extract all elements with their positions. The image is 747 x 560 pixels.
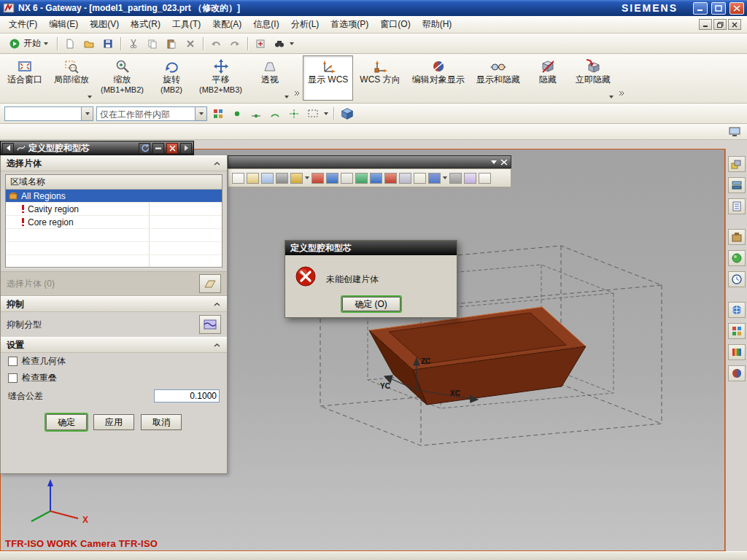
- menu-view[interactable]: 视图(V): [84, 16, 125, 33]
- immediate-hide-button[interactable]: 立即隐藏: [570, 55, 616, 101]
- maximize-button[interactable]: [711, 2, 726, 15]
- toolbar-overflow-chevron[interactable]: [617, 54, 626, 99]
- combo-dropdown-button[interactable]: [81, 107, 93, 120]
- menu-analysis[interactable]: 分析(L): [285, 16, 325, 33]
- hide-button[interactable]: 隐藏: [527, 55, 569, 101]
- dropdown-arrow-icon[interactable]: [88, 96, 92, 98]
- render-style-button[interactable]: [339, 106, 355, 122]
- undo-button[interactable]: [207, 35, 225, 52]
- show-wcs-button[interactable]: 显示 WCS: [303, 55, 353, 101]
- check-geometry-checkbox[interactable]: [8, 357, 18, 366]
- region-row-cavity[interactable]: Cavity region: [6, 203, 222, 216]
- mdi-minimize-button[interactable]: [699, 19, 712, 30]
- settings-section-header[interactable]: 设置: [1, 337, 227, 353]
- suppress-parting-button[interactable]: [199, 315, 221, 334]
- paste-button[interactable]: [163, 35, 180, 52]
- snap-midpoint-button[interactable]: [248, 106, 264, 122]
- parting-tool-icon[interactable]: [414, 173, 426, 184]
- system-materials-icon[interactable]: [728, 365, 746, 381]
- menu-window[interactable]: 窗口(O): [374, 16, 416, 33]
- minimize-button[interactable]: [693, 2, 708, 15]
- parting-tool-icon[interactable]: [247, 173, 259, 184]
- region-row-all-regions[interactable]: All Regions: [6, 190, 222, 203]
- panel-back-button[interactable]: [2, 143, 14, 154]
- menu-tools[interactable]: 工具(T): [166, 16, 206, 33]
- reuse-library-icon[interactable]: [728, 229, 746, 245]
- toolbar-options-arrow-icon[interactable]: [290, 42, 294, 45]
- mdi-close-button[interactable]: [728, 19, 741, 30]
- part-navigator-icon[interactable]: [728, 198, 746, 214]
- select-sheet-section-header[interactable]: 选择片体: [1, 155, 227, 171]
- menu-preferences[interactable]: 首选项(P): [325, 16, 374, 33]
- parting-tool-icon[interactable]: [355, 173, 368, 184]
- parting-tool-icon[interactable]: [261, 173, 274, 184]
- snap-endpoint-button[interactable]: [229, 106, 245, 122]
- parting-tool-icon[interactable]: [290, 173, 303, 184]
- cavity-panel-titlebar[interactable]: 定义型腔和型芯: [0, 141, 194, 155]
- check-overlap-checkbox[interactable]: [8, 373, 18, 383]
- menu-format[interactable]: 格式(R): [125, 16, 166, 33]
- combo-dropdown-button[interactable]: [195, 107, 206, 120]
- parting-tool-icon[interactable]: [428, 173, 441, 184]
- parting-tool-icon[interactable]: [399, 173, 411, 184]
- cut-button[interactable]: [125, 35, 142, 52]
- mdi-restore-button[interactable]: [713, 19, 727, 30]
- suppress-section-header[interactable]: 抑制: [1, 296, 227, 312]
- roles-icon[interactable]: [728, 344, 746, 360]
- selection-scope-combo[interactable]: 仅在工作部件内部: [96, 106, 207, 121]
- menu-edit[interactable]: 编辑(E): [43, 16, 84, 33]
- sew-tolerance-input[interactable]: [154, 389, 220, 402]
- dropdown-arrow-icon[interactable]: [443, 176, 447, 179]
- cancel-button[interactable]: 取消: [141, 414, 182, 430]
- start-button[interactable]: 开始: [4, 35, 53, 52]
- save-button[interactable]: [99, 35, 117, 52]
- panel-reset-button[interactable]: [139, 143, 150, 154]
- copy-button[interactable]: [144, 35, 161, 52]
- panel-forward-button[interactable]: [180, 143, 192, 154]
- collapse-chevron-icon[interactable]: [213, 343, 221, 348]
- dropdown-arrow-icon[interactable]: [285, 96, 289, 98]
- command-finder-button[interactable]: [271, 35, 288, 52]
- parting-tool-icon[interactable]: [384, 173, 397, 184]
- menu-assemblies[interactable]: 装配(A): [206, 16, 247, 33]
- edit-object-display-button[interactable]: 编辑对象显示: [407, 55, 470, 101]
- redo-button[interactable]: [226, 35, 244, 52]
- web-browser-icon[interactable]: [728, 302, 746, 318]
- menu-help[interactable]: 帮助(H): [417, 16, 458, 33]
- collapse-chevron-icon[interactable]: [213, 302, 221, 307]
- dropdown-arrow-icon[interactable]: [609, 96, 614, 98]
- pan-button[interactable]: 平移 (MB2+MB3): [194, 55, 247, 101]
- selection-rectangle-button[interactable]: [305, 106, 321, 122]
- wcs-orientation-button[interactable]: WCS 方向: [355, 55, 405, 101]
- toolbar-overflow-chevron[interactable]: [293, 54, 301, 99]
- delete-button[interactable]: [182, 35, 199, 52]
- close-icon[interactable]: [500, 159, 508, 166]
- ok-button[interactable]: 确定: [46, 414, 87, 430]
- zoom-button[interactable]: 缩放 (MB1+MB2): [96, 55, 149, 101]
- error-dialog-titlebar[interactable]: 定义型腔和型芯: [285, 241, 457, 255]
- menu-file[interactable]: 文件(F): [3, 16, 43, 33]
- panel-close-button[interactable]: [166, 143, 178, 154]
- process-studio-icon[interactable]: [728, 323, 746, 339]
- fullscreen-button[interactable]: [727, 124, 743, 140]
- region-row-core[interactable]: Core region: [6, 216, 222, 229]
- dropdown-arrow-icon[interactable]: [324, 112, 328, 115]
- history-icon[interactable]: [728, 271, 746, 287]
- parting-tool-icon[interactable]: [341, 173, 353, 184]
- snap-point-grid-button[interactable]: [210, 106, 226, 122]
- snap-arc-button[interactable]: [267, 106, 283, 122]
- parting-tool-icon[interactable]: [311, 173, 324, 184]
- parting-tool-icon[interactable]: [449, 173, 462, 184]
- parting-tool-icon[interactable]: [232, 173, 244, 184]
- repeat-command-button[interactable]: [252, 35, 269, 52]
- zoom-area-button[interactable]: 局部缩放: [49, 55, 94, 101]
- collapse-chevron-icon[interactable]: [213, 161, 221, 166]
- error-ok-button[interactable]: 确定 (O): [342, 297, 400, 311]
- sheet-body-button[interactable]: [199, 274, 221, 293]
- parting-tool-icon[interactable]: [326, 173, 338, 184]
- rotate-button[interactable]: 旋转 (MB2): [150, 55, 193, 101]
- hd3d-tools-icon[interactable]: [728, 250, 746, 266]
- fit-window-button[interactable]: 适合窗口: [2, 55, 47, 101]
- parting-tool-icon[interactable]: [464, 173, 476, 184]
- panel-minimize-button[interactable]: [152, 143, 164, 154]
